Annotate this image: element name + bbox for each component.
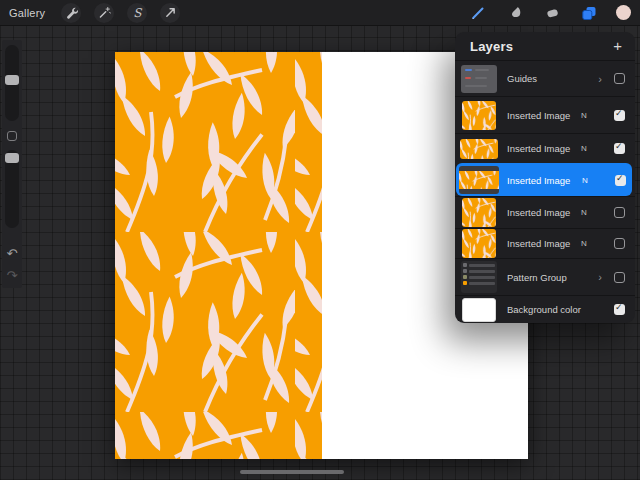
layer-label: Inserted Image	[507, 143, 578, 154]
brush-icon[interactable]	[468, 3, 488, 23]
layer-row[interactable]: Inserted ImageN	[455, 96, 635, 133]
left-tool-group: S	[61, 3, 180, 23]
layer-list: Guides› Inserted ImageN Inserted ImageN	[455, 60, 635, 323]
layer-thumbnail	[462, 229, 496, 258]
blend-mode-button[interactable]: N	[578, 208, 590, 217]
gallery-button[interactable]: Gallery	[9, 7, 45, 19]
layers-panel-header: Layers +	[455, 32, 635, 60]
top-toolbar: Gallery S	[0, 0, 640, 26]
layers-icon[interactable]	[579, 3, 599, 23]
chevron-right-icon[interactable]: ›	[598, 73, 602, 85]
layer-row[interactable]: Inserted ImageN	[455, 228, 635, 258]
adjustments-wand-icon[interactable]	[94, 3, 114, 23]
layer-row[interactable]: Inserted ImageN	[455, 133, 635, 163]
layer-row[interactable]: Background color	[455, 295, 635, 323]
opacity-slider[interactable]	[5, 150, 19, 228]
group-thumbnail	[461, 261, 497, 293]
layer-label: Guides	[507, 73, 598, 84]
brush-size-slider[interactable]	[5, 45, 19, 121]
actions-wrench-icon[interactable]	[61, 3, 81, 23]
layer-visibility-checkbox[interactable]	[614, 304, 625, 315]
modify-button[interactable]	[7, 131, 17, 141]
right-tool-group	[468, 3, 631, 23]
add-layer-button[interactable]: +	[613, 39, 622, 53]
layer-thumbnail	[459, 166, 499, 194]
layer-label: Inserted Image	[507, 110, 578, 121]
opacity-handle[interactable]	[5, 153, 19, 163]
layer-visibility-checkbox[interactable]	[614, 110, 625, 121]
layer-visibility-checkbox[interactable]	[614, 143, 625, 154]
layer-row[interactable]: Guides›	[455, 60, 635, 96]
redo-button[interactable]: ↷	[2, 268, 22, 284]
selections-s-icon[interactable]: S	[127, 3, 147, 23]
blend-mode-button[interactable]: N	[579, 176, 591, 185]
smudge-icon[interactable]	[505, 3, 525, 23]
layer-row[interactable]: Pattern Group›	[455, 258, 635, 295]
layer-visibility-checkbox[interactable]	[614, 73, 625, 84]
layer-visibility-checkbox[interactable]	[615, 175, 626, 186]
layer-label: Inserted Image	[507, 207, 578, 218]
home-indicator[interactable]	[240, 470, 344, 474]
brush-size-handle[interactable]	[5, 75, 19, 85]
layers-panel: Layers + Guides› Inserted ImageN	[455, 32, 635, 323]
layer-thumbnail	[462, 101, 496, 130]
guides-thumbnail	[461, 65, 497, 93]
blend-mode-button[interactable]: N	[578, 111, 590, 120]
layers-panel-title: Layers	[470, 39, 513, 54]
sidebar-controls: ↶ ↷	[2, 40, 22, 288]
leaf-pattern-artwork	[115, 52, 322, 459]
selections-s-glyph: S	[133, 6, 141, 20]
layer-label: Background color	[507, 304, 614, 315]
layer-visibility-checkbox[interactable]	[614, 207, 625, 218]
layer-thumbnail	[462, 198, 496, 227]
blend-mode-button[interactable]: N	[578, 239, 590, 248]
eraser-icon[interactable]	[542, 3, 562, 23]
color-swatch[interactable]	[616, 5, 631, 20]
blend-mode-button[interactable]: N	[578, 144, 590, 153]
layer-row[interactable]: Inserted ImageN	[455, 196, 635, 228]
transform-arrow-icon[interactable]	[160, 3, 180, 23]
layer-visibility-checkbox[interactable]	[614, 272, 625, 283]
layer-visibility-checkbox[interactable]	[614, 238, 625, 249]
layer-label: Pattern Group	[507, 272, 598, 283]
layer-label: Inserted Image	[507, 238, 578, 249]
background-color-thumbnail	[462, 298, 496, 322]
undo-button[interactable]: ↶	[2, 246, 22, 262]
layer-row[interactable]: Inserted ImageN	[456, 163, 632, 196]
chevron-right-icon[interactable]: ›	[598, 271, 602, 283]
layer-thumbnail	[460, 139, 498, 159]
layer-label: Inserted Image	[507, 175, 579, 186]
